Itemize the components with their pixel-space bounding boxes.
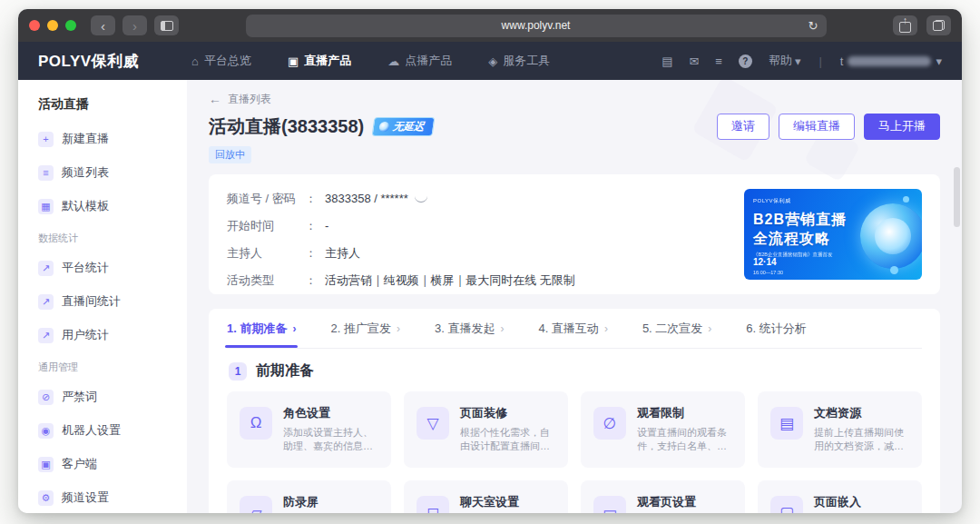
- tab-overview-button[interactable]: [926, 15, 951, 35]
- list-icon: ≡: [38, 165, 54, 181]
- document-icon: ▤: [770, 407, 803, 440]
- workflow-steps: 1. 前期准备 › 2. 推广宣发 › 3. 直播发起 › 4. 直播互动 ›: [227, 309, 922, 349]
- channel-info-card: 频道号 / 密码 ： 3833358 / ****** 开始时间 ： - 主持人…: [209, 174, 940, 294]
- no-delay-icon: [378, 122, 390, 132]
- browser-window: ‹ › www.polyv.net ↻ ↑ POLYV保利威 ⌂ 平台总览 ▣ …: [18, 9, 962, 513]
- feature-card-page-decoration[interactable]: ▽ 页面装修 根据个性化需求，自由设计配置直播间元素，支持自…: [404, 391, 568, 468]
- share-button[interactable]: ↑: [893, 15, 917, 35]
- nav-item-live-products[interactable]: ▣ 直播产品: [288, 53, 351, 69]
- nav-item-vod-products[interactable]: ☁ 点播产品: [387, 53, 452, 69]
- chart-icon: ↗: [38, 328, 54, 343]
- sidebar-panel-icon: [161, 21, 173, 31]
- chevron-right-icon: ›: [500, 322, 504, 335]
- step-tab-preparation[interactable]: 1. 前期准备 ›: [227, 309, 296, 348]
- feature-card-role-settings[interactable]: Ω 角色设置 添加或设置主持人、助理、嘉宾的信息，以及新增助…: [227, 391, 391, 468]
- step-tab-analytics[interactable]: 6. 统计分析: [746, 309, 806, 348]
- eye-off-icon: ∅: [593, 407, 626, 440]
- sidebar-item-channel-list[interactable]: ≡ 频道列表: [38, 164, 167, 181]
- back-arrow-icon[interactable]: ←: [209, 92, 221, 106]
- robot-icon: ◉: [38, 423, 54, 439]
- sidebar-group-general-manage: 通用管理: [38, 361, 167, 374]
- back-icon: ‹: [101, 19, 105, 33]
- forward-button[interactable]: ›: [122, 15, 147, 35]
- status-badge: 回放中: [209, 146, 251, 163]
- funnel-icon: ▽: [416, 407, 449, 440]
- reload-icon[interactable]: ↻: [808, 19, 818, 33]
- info-row-start-time: 开始时间 ： -: [227, 218, 744, 234]
- step-tab-promotion[interactable]: 2. 推广宣发 ›: [330, 309, 399, 348]
- sidebar-item-robot-settings[interactable]: ◉ 机器人设置: [38, 422, 167, 439]
- feature-card-watch-page-settings[interactable]: ▭ 观看页设置: [581, 480, 745, 513]
- question-icon[interactable]: ?: [739, 54, 752, 68]
- sidebar-item-channel-settings[interactable]: ⚙ 频道设置: [38, 489, 167, 506]
- sidebar-item-new-live[interactable]: + 新建直播: [38, 131, 167, 147]
- plus-icon: +: [38, 132, 54, 147]
- chevron-right-icon: ›: [604, 322, 608, 335]
- browser-titlebar: ‹ › www.polyv.net ↻ ↑: [18, 9, 962, 42]
- banner-dot: [890, 266, 898, 274]
- tools-icon: ◈: [488, 54, 497, 68]
- sidebar: 活动直播 + 新建直播 ≡ 频道列表 ▦ 默认模板 数据统计 ↗ 平台统计 ↗ …: [18, 80, 187, 513]
- sidebar-item-banned-words[interactable]: ⊘ 严禁词: [38, 389, 167, 405]
- sidebar-item-client[interactable]: ▣ 客户端: [38, 456, 167, 472]
- template-icon: ▦: [38, 199, 54, 214]
- back-button[interactable]: ‹: [91, 15, 115, 35]
- start-live-button[interactable]: 马上开播: [864, 114, 940, 140]
- cloud-icon: ☁: [387, 54, 399, 68]
- app-navbar: POLYV保利威 ⌂ 平台总览 ▣ 直播产品 ☁ 点播产品 ◈ 服务工具 ▤ ✉…: [18, 42, 962, 80]
- maximize-window-button[interactable]: [65, 20, 76, 31]
- promo-banner[interactable]: POLYV保利威 B2B营销直播 全流程攻略 《B2B企业直播营销指南》直播首发…: [744, 189, 922, 280]
- sidebar-group-data-stats: 数据统计: [38, 232, 167, 245]
- banner-time: 16:00—17:30: [753, 270, 783, 275]
- eye-off-icon[interactable]: [415, 196, 427, 203]
- info-row-activity-type: 活动类型 ： 活动营销｜纯视频｜横屏｜最大同时在线 无限制: [227, 272, 744, 289]
- page-title: 活动直播(3833358): [209, 114, 364, 139]
- scrollbar[interactable]: [954, 167, 960, 227]
- edit-live-button[interactable]: 编辑直播: [779, 114, 855, 140]
- step-tab-interaction[interactable]: 4. 直播互动 ›: [538, 309, 607, 348]
- sidebar-title: 活动直播: [38, 96, 167, 113]
- feature-card-chatroom-settings[interactable]: ◻ 聊天室设置: [404, 480, 568, 513]
- nav-item-service-tools[interactable]: ◈ 服务工具: [488, 53, 550, 69]
- no-delay-badge: 无延迟: [372, 117, 435, 136]
- feature-card-document-resources[interactable]: ▤ 文档资源 提前上传直播期间使用的文档资源，减少直播中的失…: [758, 391, 922, 468]
- sidebar-item-user-stats[interactable]: ↗ 用户统计: [38, 327, 167, 343]
- address-bar[interactable]: www.polyv.net ↻: [246, 15, 827, 37]
- close-window-button[interactable]: [29, 20, 40, 31]
- minimize-window-button[interactable]: [47, 20, 58, 31]
- polyv-logo[interactable]: POLYV保利威: [38, 51, 139, 72]
- user-account-menu[interactable]: t ▾: [840, 54, 942, 68]
- live-icon: ▣: [288, 54, 299, 68]
- chevron-down-icon: ▾: [795, 54, 801, 68]
- archive-icon[interactable]: ▤: [662, 54, 672, 68]
- feature-card-anti-recording[interactable]: ▱ 防录屏: [227, 480, 391, 513]
- mail-icon[interactable]: ✉: [689, 54, 699, 68]
- feature-card-page-embed[interactable]: ▢ 页面嵌入: [758, 480, 922, 513]
- step-tab-launch[interactable]: 3. 直播发起 ›: [435, 309, 504, 348]
- section-number-badge: 1: [229, 362, 247, 381]
- feature-card-watch-restriction[interactable]: ∅ 观看限制 设置直播间的观看条件，支持白名单、报名观看、验…: [581, 391, 745, 468]
- role-icon: Ω: [240, 407, 272, 440]
- sidebar-item-platform-stats[interactable]: ↗ 平台统计: [38, 260, 167, 276]
- username-redacted: [848, 56, 931, 66]
- invite-button[interactable]: 邀请: [717, 114, 769, 140]
- sidebar-toggle-button[interactable]: [154, 15, 179, 35]
- sidebar-item-room-stats[interactable]: ↗ 直播间统计: [38, 293, 167, 310]
- banner-dot: [903, 196, 909, 203]
- url-text: www.polyv.net: [502, 19, 571, 32]
- sidebar-item-default-template[interactable]: ▦ 默认模板: [38, 198, 167, 214]
- home-icon: ⌂: [191, 54, 199, 68]
- banner-date: 12·14: [753, 257, 777, 267]
- tabs-icon: [933, 20, 945, 31]
- info-row-host: 主持人 ： 主持人: [227, 245, 744, 262]
- step-tab-repromotion[interactable]: 5. 二次宣发 ›: [642, 309, 711, 348]
- nav-item-platform-overview[interactable]: ⌂ 平台总览: [191, 53, 251, 69]
- console-icon[interactable]: ≡: [715, 54, 722, 68]
- chevron-right-icon: ›: [397, 322, 400, 335]
- window-controls: [29, 20, 76, 31]
- forbidden-icon: ⊘: [38, 390, 54, 405]
- breadcrumb: ← 直播列表: [209, 91, 940, 107]
- info-row-channel-password: 频道号 / 密码 ： 3833358 / ******: [227, 191, 744, 207]
- help-menu[interactable]: 帮助 ▾: [769, 53, 801, 69]
- breadcrumb-live-list[interactable]: 直播列表: [228, 92, 271, 107]
